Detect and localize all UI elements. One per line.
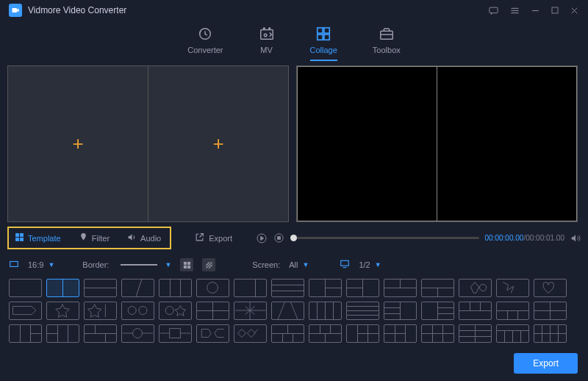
template-item[interactable] xyxy=(421,302,454,320)
seek-slider[interactable] xyxy=(290,237,479,239)
stop-button[interactable] xyxy=(273,232,284,243)
svg-rect-35 xyxy=(341,260,349,266)
editor-tab-export[interactable]: Export xyxy=(184,228,243,248)
svg-rect-18 xyxy=(381,31,393,39)
template-item[interactable] xyxy=(534,324,567,343)
menu-icon[interactable] xyxy=(509,5,520,16)
template-item[interactable] xyxy=(234,302,267,320)
template-item[interactable] xyxy=(121,279,154,297)
collage-icon xyxy=(315,26,331,42)
template-item[interactable] xyxy=(496,324,529,343)
template-item[interactable] xyxy=(271,279,304,297)
template-item[interactable] xyxy=(121,302,154,320)
editor-tab-label: Filter xyxy=(92,234,110,243)
chevron-down-icon: ▼ xyxy=(165,261,171,268)
template-item[interactable] xyxy=(534,302,567,320)
ratio-icon xyxy=(9,259,19,271)
template-item[interactable] xyxy=(9,324,42,343)
template-item[interactable] xyxy=(384,324,417,343)
collage-cell-1[interactable]: + xyxy=(8,66,148,221)
template-item[interactable] xyxy=(384,279,417,297)
editor-tab-filter[interactable]: Filter xyxy=(70,228,118,248)
template-item[interactable] xyxy=(196,279,229,297)
collage-canvas: + + xyxy=(7,65,289,222)
border-color-button[interactable] xyxy=(180,258,193,271)
template-item[interactable] xyxy=(346,279,379,297)
toolbox-icon xyxy=(379,26,395,42)
template-item[interactable] xyxy=(346,302,379,320)
editor-tab-label: Audio xyxy=(140,234,161,243)
template-item[interactable] xyxy=(9,302,42,320)
preview-panel xyxy=(296,65,578,222)
svg-point-12 xyxy=(268,28,270,29)
template-item[interactable] xyxy=(309,324,342,343)
screen-select[interactable]: All▼ xyxy=(289,260,309,269)
template-item[interactable] xyxy=(84,324,117,343)
template-item[interactable] xyxy=(346,324,379,343)
template-item[interactable] xyxy=(309,302,342,320)
maximize-icon[interactable] xyxy=(551,6,559,15)
svg-marker-38 xyxy=(471,282,479,293)
template-item[interactable] xyxy=(196,302,229,320)
template-item[interactable] xyxy=(159,324,192,343)
template-item[interactable] xyxy=(159,302,192,320)
tab-collage[interactable]: Collage xyxy=(310,26,337,61)
template-item[interactable] xyxy=(459,324,492,343)
svg-rect-28 xyxy=(184,261,187,264)
app-title: Vidmore Video Converter xyxy=(28,5,488,15)
svg-rect-15 xyxy=(324,28,329,33)
template-item[interactable] xyxy=(421,324,454,343)
svg-rect-31 xyxy=(187,265,190,268)
template-item[interactable] xyxy=(309,279,342,297)
svg-rect-14 xyxy=(318,28,323,33)
template-item[interactable] xyxy=(384,302,417,320)
template-item[interactable] xyxy=(271,302,304,320)
collage-cell-2[interactable]: + xyxy=(148,66,288,221)
player-controls: 00:00:00.00/00:00:01.00 xyxy=(256,232,581,244)
seek-thumb[interactable] xyxy=(290,235,297,241)
border-style-select[interactable]: ▼ xyxy=(118,261,171,268)
svg-rect-29 xyxy=(187,261,190,264)
app-logo xyxy=(9,4,22,17)
editor-tabs-highlight: Template Filter Audio xyxy=(7,227,171,249)
template-item[interactable] xyxy=(496,302,529,320)
play-button[interactable] xyxy=(256,232,268,244)
export-button[interactable]: Export xyxy=(514,353,578,374)
border-preview xyxy=(121,264,157,266)
template-item[interactable] xyxy=(196,324,229,343)
converter-icon xyxy=(197,26,213,42)
template-item[interactable] xyxy=(46,279,79,297)
template-item[interactable] xyxy=(9,279,42,297)
template-item[interactable] xyxy=(121,324,154,343)
svg-rect-23 xyxy=(20,238,24,241)
template-icon xyxy=(15,232,24,243)
page-select[interactable]: 1/2▼ xyxy=(359,260,381,269)
aspect-ratio-select[interactable]: 16:9▼ xyxy=(28,260,54,269)
chat-icon[interactable] xyxy=(488,5,499,16)
editor-tab-template[interactable]: Template xyxy=(9,228,70,248)
tab-mv[interactable]: MV xyxy=(259,26,275,61)
template-item[interactable] xyxy=(159,279,192,297)
template-item[interactable] xyxy=(421,279,454,297)
template-item[interactable] xyxy=(459,302,492,320)
template-item[interactable] xyxy=(84,279,117,297)
template-item[interactable] xyxy=(496,279,529,297)
template-item[interactable] xyxy=(271,324,304,343)
border-label: Border: xyxy=(82,260,109,269)
close-icon[interactable] xyxy=(570,6,579,15)
template-item[interactable] xyxy=(234,279,267,297)
border-pattern-button[interactable] xyxy=(202,258,215,271)
template-item[interactable] xyxy=(46,302,79,320)
tab-toolbox[interactable]: Toolbox xyxy=(373,26,401,61)
template-item[interactable] xyxy=(234,324,267,343)
volume-button[interactable] xyxy=(570,233,581,243)
editor-tab-audio[interactable]: Audio xyxy=(118,228,170,248)
svg-point-43 xyxy=(165,307,173,315)
template-item[interactable] xyxy=(534,279,567,297)
tab-converter[interactable]: Converter xyxy=(187,26,223,61)
minimize-icon[interactable] xyxy=(531,6,540,15)
template-item[interactable] xyxy=(84,302,117,320)
template-item[interactable] xyxy=(459,279,492,297)
template-item[interactable] xyxy=(46,324,79,343)
svg-rect-0 xyxy=(12,8,18,13)
